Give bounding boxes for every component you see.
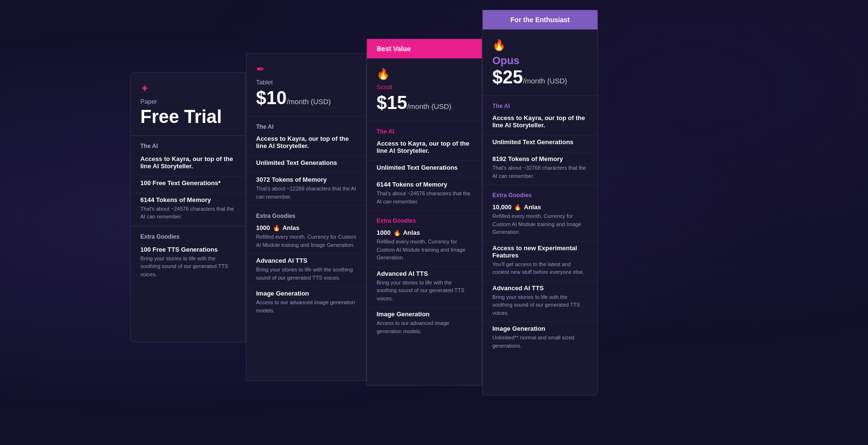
opus-feature-tts: Advanced AI TTS Bring your stories to li… (483, 282, 597, 323)
opus-feature-kayra: Access to Kayra, our top of the line AI … (483, 111, 597, 135)
paper-plan-name: Paper (140, 98, 236, 105)
plan-card-scroll: Best Value 🔥 Scroll $15/month (USD) The … (366, 39, 482, 386)
tablet-tts-desc: Bring your stories to life with the soot… (256, 266, 356, 282)
tablet-tts-title: Advanced AI TTS (256, 257, 356, 264)
plan-card-opus: For the Enthusiast 🔥 Opus $25/month (USD… (482, 10, 598, 395)
paper-plan-title: Free Trial (140, 107, 236, 127)
tablet-generations-title: Unlimited Text Generations (256, 159, 356, 166)
scroll-plan-name: Scroll (377, 83, 472, 91)
scroll-ai-section: The AI (367, 121, 482, 137)
opus-plan-name: Opus (492, 54, 588, 67)
paper-feature-kayra: Access to Kayra, our top of the line AI … (131, 152, 245, 176)
opus-anlas-title: 10,000 🔥 Anlas (492, 203, 588, 211)
paper-icon: ✦ (140, 82, 236, 95)
opus-feature-generations: Unlimited Text Generations (483, 135, 597, 152)
opus-tts-desc: Bring your stories to life with the soot… (492, 293, 588, 317)
best-value-banner: Best Value (367, 39, 482, 58)
scroll-kayra-title: Access to Kayra, our top of the line AI … (377, 140, 472, 154)
paper-feature-memory: 6144 Tokens of Memory That's about ~2457… (131, 193, 245, 226)
scroll-memory-title: 6144 Tokens of Memory (377, 181, 472, 188)
opus-memory-desc: That's about ~32768 characters that the … (492, 164, 588, 180)
paper-feature-tts: 100 Free TTS Generations Bring your stor… (131, 243, 245, 283)
tablet-feature-tts: Advanced AI TTS Bring your stories to li… (246, 254, 366, 287)
tablet-image-desc: Access to our advanced image generation … (256, 298, 356, 314)
tablet-kayra-title: Access to Kayra, our top of the line AI … (256, 135, 356, 149)
plan-card-tablet: ✒ Tablet $10/month (USD) The AI Access t… (246, 53, 366, 381)
scroll-feature-memory: 6144 Tokens of Memory That's about ~2457… (367, 178, 482, 211)
plan-card-paper: ✦ Paper Free Trial The AI Access to Kayr… (130, 72, 246, 342)
paper-kayra-title: Access to Kayra, our top of the line AI … (140, 155, 236, 170)
scroll-feature-tts: Advanced AI TTS Bring your stories to li… (367, 267, 482, 308)
opus-plan-price: $25/month (USD) (492, 67, 588, 88)
opus-feature-memory: 8192 Tokens of Memory That's about ~3276… (483, 152, 597, 185)
tablet-feature-memory: 3072 Tokens of Memory That's about ~1228… (246, 173, 366, 206)
anlas-icon-scroll: 🔥 (393, 229, 401, 236)
opus-generations-title: Unlimited Text Generations (492, 138, 588, 146)
scroll-feature-generations: Unlimited Text Generations (367, 161, 482, 178)
tablet-feature-anlas: 1000 🔥 Anlas Refilled every month. Curre… (246, 221, 366, 254)
paper-tts-title: 100 Free TTS Generations (140, 246, 236, 253)
scroll-feature-kayra: Access to Kayra, our top of the line AI … (367, 137, 482, 161)
tablet-feature-image: Image Generation Access to our advanced … (246, 287, 366, 319)
opus-kayra-title: Access to Kayra, our top of the line AI … (492, 114, 588, 129)
tablet-memory-desc: That's about ~12288 characters that the … (256, 185, 356, 201)
scroll-generations-title: Unlimited Text Generations (377, 164, 472, 171)
scroll-tts-desc: Bring your stories to life with the soot… (377, 279, 472, 303)
tablet-image-title: Image Generation (256, 290, 356, 297)
tablet-plan-name: Tablet (256, 79, 356, 86)
paper-memory-title: 6144 Tokens of Memory (140, 196, 236, 203)
opus-feature-experimental: Access to new Experimental Features You'… (483, 242, 597, 282)
opus-experimental-desc: You'll get access to the latest and cool… (492, 260, 588, 276)
scroll-plan-price: $15/month (USD) (377, 93, 472, 113)
paper-feature-generations: 100 Free Text Generations* (131, 176, 245, 193)
opus-image-desc: Unlimited** normal and small sized gener… (492, 334, 588, 350)
paper-extras-section: Extra Goodies (131, 226, 245, 243)
tablet-feature-kayra: Access to Kayra, our top of the line AI … (246, 132, 366, 156)
paper-tts-desc: Bring your stories to life with the soot… (140, 255, 236, 279)
paper-generations-title: 100 Free Text Generations* (140, 179, 236, 187)
scroll-extras-section: Extra Goodies (367, 211, 482, 226)
tablet-feature-generations: Unlimited Text Generations (246, 156, 366, 173)
opus-tts-title: Advanced AI TTS (492, 284, 588, 292)
tablet-icon: ✒ (256, 63, 356, 76)
tablet-ai-section: The AI (246, 117, 366, 132)
scroll-anlas-title: 1000 🔥 Anlas (377, 229, 472, 236)
opus-image-title: Image Generation (492, 325, 588, 332)
scroll-image-desc: Access to our advanced image generation … (377, 319, 472, 335)
anlas-icon-tablet: 🔥 (273, 225, 280, 231)
tablet-memory-title: 3072 Tokens of Memory (256, 176, 356, 183)
tablet-anlas-desc: Refilled every month. Currency for Custo… (256, 233, 356, 249)
scroll-feature-anlas: 1000 🔥 Anlas Refilled every month. Curre… (367, 226, 482, 267)
scroll-anlas-desc: Refilled every month. Currency for Custo… (377, 238, 472, 262)
tablet-plan-price: $10/month (USD) (256, 88, 356, 108)
scroll-feature-image: Image Generation Access to our advanced … (367, 308, 482, 340)
tablet-anlas-title: 1000 🔥 Anlas (256, 224, 356, 231)
opus-feature-image: Image Generation Unlimited** normal and … (483, 322, 597, 354)
scroll-tts-title: Advanced AI TTS (377, 270, 472, 277)
opus-ai-section: The AI (483, 96, 597, 111)
tablet-extras-section: Extra Goodies (246, 206, 366, 221)
paper-ai-section: The AI (131, 135, 245, 152)
opus-memory-title: 8192 Tokens of Memory (492, 155, 588, 162)
anlas-icon-opus: 🔥 (514, 204, 521, 211)
opus-experimental-title: Access to new Experimental Features (492, 244, 588, 259)
opus-icon: 🔥 (492, 39, 588, 52)
enthusiast-banner: For the Enthusiast (483, 10, 597, 29)
opus-anlas-desc: Refilled every month. Currency for Custo… (492, 212, 588, 236)
opus-extras-section: Extra Goodies (483, 185, 597, 201)
scroll-icon: 🔥 (377, 68, 472, 81)
paper-memory-desc: That's about ~24576 characters that the … (140, 205, 236, 221)
scroll-image-title: Image Generation (377, 310, 472, 318)
scroll-memory-desc: That's about ~24576 characters that the … (377, 189, 472, 205)
opus-feature-anlas: 10,000 🔥 Anlas Refilled every month. Cur… (483, 201, 597, 242)
